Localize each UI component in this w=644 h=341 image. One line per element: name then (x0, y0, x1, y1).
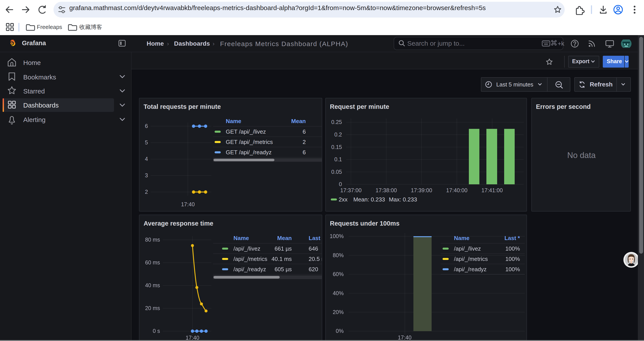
svg-text:/api/_/livez: /api/_/livez (233, 245, 260, 252)
svg-text:60 ms: 60 ms (145, 259, 160, 265)
svg-text:0.05: 0.05 (331, 169, 342, 175)
svg-text:80 ms: 80 ms (145, 237, 160, 243)
svg-text:/api/_/livez: /api/_/livez (454, 245, 481, 252)
svg-text:17:40: 17:40 (181, 201, 195, 207)
svg-text:20 ms: 20 ms (145, 305, 160, 311)
svg-text:17:40:00: 17:40:00 (446, 187, 467, 193)
svg-text:17:38:00: 17:38:00 (375, 187, 396, 193)
svg-text:100%: 100% (505, 266, 520, 272)
svg-text:3: 3 (145, 172, 148, 178)
svg-text:100%: 100% (330, 233, 344, 239)
svg-text:0.1: 0.1 (334, 156, 342, 162)
svg-text:0 s: 0 s (152, 328, 160, 334)
svg-text:/api/_/metrics: /api/_/metrics (233, 256, 267, 262)
svg-text:0.25: 0.25 (331, 119, 342, 125)
svg-text:Last *: Last * (308, 235, 322, 241)
svg-text:661 µs: 661 µs (274, 245, 292, 252)
svg-text:4: 4 (145, 156, 148, 162)
svg-text:17:39:00: 17:39:00 (410, 187, 432, 193)
svg-text:40.1 ms: 40.1 ms (271, 256, 292, 262)
svg-text:80%: 80% (332, 252, 344, 258)
svg-text:0.2: 0.2 (334, 131, 342, 138)
svg-text:Name: Name (226, 118, 241, 124)
svg-text:605 µs: 605 µs (274, 266, 292, 272)
svg-text:Name: Name (233, 235, 249, 241)
svg-text:6: 6 (145, 123, 148, 129)
svg-text:60%: 60% (332, 271, 344, 277)
svg-text:GET /api/_/metrics: GET /api/_/metrics (226, 139, 273, 145)
svg-text:2: 2 (145, 189, 148, 195)
svg-text:40 ms: 40 ms (145, 282, 160, 288)
svg-text:100%: 100% (505, 256, 520, 262)
svg-text:100%: 100% (505, 245, 520, 252)
svg-text:Max: 0.233: Max: 0.233 (389, 196, 417, 203)
svg-text:0.15: 0.15 (331, 144, 342, 150)
svg-text:40%: 40% (332, 290, 344, 296)
svg-text:/api/_/metrics: /api/_/metrics (454, 256, 488, 262)
svg-text:Mean: Mean (291, 118, 306, 124)
svg-text:Last *: Last * (504, 235, 520, 241)
svg-text:646: 646 (308, 245, 318, 252)
svg-text:5: 5 (145, 139, 148, 146)
svg-text:GET /api/_/readyz: GET /api/_/readyz (226, 149, 271, 156)
svg-text:6: 6 (302, 128, 306, 135)
svg-text:20%: 20% (332, 309, 344, 315)
svg-text:/api/_/readyz: /api/_/readyz (233, 266, 266, 272)
svg-text:20.5 ms: 20.5 ms (308, 256, 322, 262)
svg-text:2xx: 2xx (338, 196, 347, 203)
svg-text:/api/_/readyz: /api/_/readyz (454, 266, 486, 272)
svg-text:Mean: Mean (277, 235, 292, 241)
svg-text:GET /api/_/livez: GET /api/_/livez (226, 128, 266, 135)
svg-text:17:41:00: 17:41:00 (481, 187, 502, 193)
svg-text:0: 0 (339, 181, 342, 187)
svg-text:17:40: 17:40 (398, 334, 412, 340)
svg-text:0%: 0% (336, 328, 344, 334)
svg-text:2: 2 (302, 139, 306, 145)
svg-text:6: 6 (302, 149, 306, 156)
svg-text:620: 620 (308, 266, 318, 272)
svg-text:Mean: 0.233: Mean: 0.233 (353, 196, 385, 203)
svg-text:Name: Name (454, 235, 469, 241)
svg-text:17:37:00: 17:37:00 (340, 187, 361, 193)
